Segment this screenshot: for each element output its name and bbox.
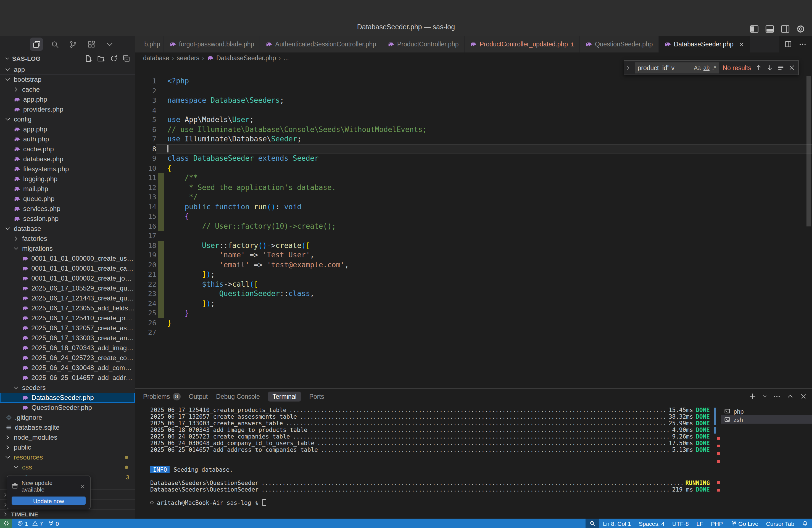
file-tree-item-0001_01_01_000001_create_cache_ta...[interactable]: 0001_01_01_000001_create_cache_ta...	[0, 263, 135, 274]
editor-more-actions-icon[interactable]	[799, 40, 807, 48]
search-icon[interactable]	[48, 38, 61, 51]
terminal-profile-chevron-icon[interactable]	[762, 394, 767, 399]
file-tree-item-2025_06_17_123055_add_fields_to_u...[interactable]: 2025_06_17_123055_add_fields_to_u...	[0, 303, 135, 313]
tab-b.php[interactable]: b.php	[135, 36, 164, 53]
timeline-section[interactable]: TIMELINE	[0, 509, 135, 518]
close-notification-icon[interactable]	[79, 483, 86, 489]
explorer-section-header[interactable]: SAS-LOG	[0, 53, 135, 64]
file-tree-item-database[interactable]: database	[0, 224, 135, 234]
split-editor-icon[interactable]	[784, 40, 792, 48]
problems-status[interactable]: 1 7	[17, 520, 43, 527]
whole-word-toggle[interactable]: ab	[704, 64, 710, 71]
file-tree-item-session.php[interactable]: session.php	[0, 214, 135, 224]
maximize-panel-icon[interactable]	[787, 393, 794, 400]
file-tree-item-logging.php[interactable]: logging.php	[0, 174, 135, 184]
close-panel-icon[interactable]	[800, 393, 807, 400]
next-match-icon[interactable]	[766, 64, 773, 71]
status-item-php[interactable]: PHP	[707, 518, 727, 528]
terminal-output[interactable]: 2025_06_17_125410_create_products_table.…	[135, 404, 713, 518]
file-tree-item-0001_01_01_000000_create_users_ta...[interactable]: 0001_01_01_000000_create_users_ta...	[0, 253, 135, 263]
file-tree-item-2025_06_17_132057_create_assessme...[interactable]: 2025_06_17_132057_create_assessme...	[0, 323, 135, 333]
ports-status[interactable]: 0	[48, 520, 59, 527]
file-tree-item-queue.php[interactable]: queue.php	[0, 194, 135, 204]
file-tree-item-factories[interactable]: factories	[0, 234, 135, 244]
status-item-lf[interactable]: LF	[693, 518, 707, 528]
screencast-search-status[interactable]	[585, 518, 599, 528]
file-tree-item-css[interactable]: css	[0, 462, 135, 472]
file-tree-item-app.php[interactable]: app.php	[0, 124, 135, 134]
file-tree-item-2025_06_25_014657_add_address_to...[interactable]: 2025_06_25_014657_add_address_to...	[0, 373, 135, 383]
file-tree-item-2025_06_17_105529_create_question...[interactable]: 2025_06_17_105529_create_question...	[0, 283, 135, 293]
settings-gear-icon[interactable]	[796, 24, 806, 34]
file-tree-item-config[interactable]: config	[0, 114, 135, 124]
regex-toggle[interactable]: .*	[712, 64, 716, 71]
terminal-scrollbar[interactable]	[713, 404, 720, 518]
terminal-instance-zsh[interactable]: zsh	[721, 415, 812, 424]
file-tree-item-services.php[interactable]: services.php	[0, 204, 135, 214]
panel-tab-problems[interactable]: Problems8	[143, 392, 180, 400]
extensions-icon[interactable]	[85, 38, 98, 51]
file-tree-item-2025_06_18_070343_add_image_to_...[interactable]: 2025_06_18_070343_add_image_to_...	[0, 343, 135, 353]
file-tree-item-2025_06_24_030048_add_company_...[interactable]: 2025_06_24_030048_add_company_...	[0, 363, 135, 373]
file-tree-item-app.php[interactable]: app.php	[0, 94, 135, 104]
file-tree-item-.gitignore[interactable]: .gitignore	[0, 413, 135, 423]
terminal-instance-php[interactable]: php	[721, 407, 812, 415]
file-tree-item-2025_06_17_125410_create_products...[interactable]: 2025_06_17_125410_create_products...	[0, 313, 135, 323]
status-item-cursor-tab[interactable]: Cursor Tab	[762, 518, 798, 528]
toggle-panel-icon[interactable]	[765, 24, 774, 34]
new-file-icon[interactable]	[85, 55, 92, 62]
file-tree-item-database.sqlite[interactable]: database.sqlite	[0, 423, 135, 432]
tab-AuthenticatedSessionController.php[interactable]: AuthenticatedSessionController.php	[260, 36, 382, 53]
toggle-replace-icon[interactable]	[625, 65, 631, 70]
panel-tab-terminal[interactable]: Terminal	[268, 391, 301, 401]
file-tree-item-QuestionSeeder.php[interactable]: QuestionSeeder.php	[0, 402, 135, 413]
file-tree-item-cache.php[interactable]: cache.php	[0, 144, 135, 154]
file-tree-item-2025_06_17_133003_create_answers_...[interactable]: 2025_06_17_133003_create_answers_...	[0, 333, 135, 343]
code-editor[interactable]: 1<?php23namespace Database\Seeders;45use…	[135, 63, 812, 388]
close-tab-icon[interactable]	[739, 41, 744, 47]
file-tree-item-database.php[interactable]: database.php	[0, 154, 135, 164]
file-tree-item-DatabaseSeeder.php[interactable]: DatabaseSeeder.php	[0, 393, 135, 402]
panel-tab-ports[interactable]: Ports	[309, 393, 324, 400]
find-input[interactable]: product_id" v Aa ab .*	[635, 62, 719, 73]
file-tree-item-resources[interactable]: resources	[0, 452, 135, 462]
status-item-utf-8[interactable]: UTF-8	[668, 518, 693, 528]
breadcrumb-item[interactable]: seeders	[177, 54, 199, 61]
breadcrumb-item[interactable]: DatabaseSeeder.php	[216, 54, 276, 61]
file-tree-item-filesystems.php[interactable]: filesystems.php	[0, 164, 135, 174]
toggle-primary-sidebar-icon[interactable]	[750, 24, 759, 34]
source-control-icon[interactable]	[66, 38, 79, 51]
file-tree-item-migrations[interactable]: migrations	[0, 244, 135, 253]
file-tree-item-node_modules[interactable]: node_modules	[0, 432, 135, 442]
file-tree-item-bootstrap[interactable]: bootstrap	[0, 75, 135, 85]
file-tree-item-app[interactable]: app	[0, 64, 135, 75]
breadcrumb-item[interactable]: ...	[284, 54, 289, 61]
file-tree-item-mail.php[interactable]: mail.php	[0, 184, 135, 194]
status-item-spaces-4[interactable]: Spaces: 4	[635, 518, 668, 528]
refresh-explorer-icon[interactable]	[110, 55, 118, 62]
panel-tab-debug-console[interactable]: Debug Console	[216, 393, 260, 400]
file-tree-item-2025_06_24_025723_create_compan...[interactable]: 2025_06_24_025723_create_compan...	[0, 353, 135, 363]
file-tree-item-0001_01_01_000002_create_jobs_tab...[interactable]: 0001_01_01_000002_create_jobs_tab...	[0, 274, 135, 283]
close-find-icon[interactable]	[788, 64, 795, 71]
tab-forgot-password.blade.php[interactable]: forgot-password.blade.php	[164, 36, 260, 53]
panel-more-actions-icon[interactable]	[773, 393, 781, 400]
remote-indicator[interactable]	[0, 518, 12, 528]
status-item-ln-8-col-1[interactable]: Ln 8, Col 1	[599, 518, 635, 528]
breadcrumb-item[interactable]: database	[143, 54, 169, 61]
new-terminal-icon[interactable]	[749, 393, 756, 400]
tab-QuestionSeeder.php[interactable]: QuestionSeeder.php	[580, 36, 659, 53]
match-case-toggle[interactable]: Aa	[694, 64, 700, 71]
more-views-chevron-icon[interactable]	[103, 38, 116, 51]
explorer-icon[interactable]	[30, 38, 43, 51]
toggle-secondary-sidebar-icon[interactable]	[781, 24, 790, 34]
file-tree-item-auth.php[interactable]: auth.php	[0, 134, 135, 144]
file-tree-item-providers.php[interactable]: providers.php	[0, 104, 135, 114]
tab-DatabaseSeeder.php[interactable]: DatabaseSeeder.php	[659, 36, 751, 53]
tab-ProductController_updated.php[interactable]: ProductController_updated.php1	[465, 36, 580, 53]
update-now-button[interactable]: Update now	[12, 497, 86, 505]
file-tree-item-public[interactable]: public	[0, 442, 135, 452]
editor-scrollbar[interactable]	[807, 76, 811, 226]
notifications-bell[interactable]	[798, 518, 812, 528]
find-in-selection-icon[interactable]	[777, 64, 784, 71]
